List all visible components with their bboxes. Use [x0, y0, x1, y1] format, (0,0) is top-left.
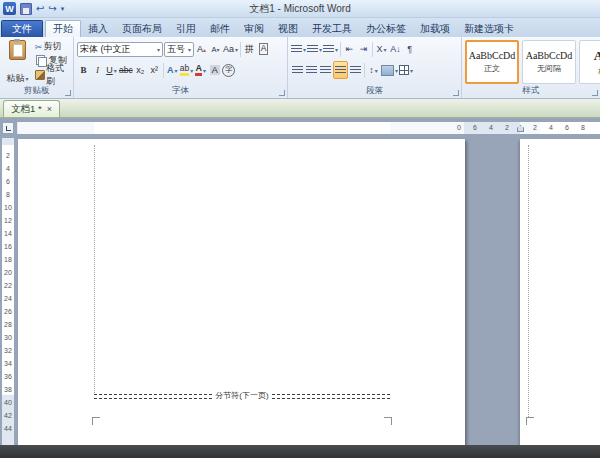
- character-shading-button[interactable]: A: [208, 62, 221, 78]
- shrink-font-button[interactable]: A▾: [209, 41, 222, 57]
- redo-icon[interactable]: ↪: [48, 4, 56, 14]
- up-triangle-icon: ▴: [203, 46, 206, 53]
- borders-button[interactable]: ▾: [399, 62, 413, 78]
- ribbon-tab[interactable]: 办公标签: [359, 20, 413, 37]
- show-marks-button[interactable]: ¶: [403, 41, 416, 57]
- strikethrough-button[interactable]: abc: [119, 62, 133, 78]
- borders-grid-icon: [399, 65, 409, 75]
- ribbon-tab[interactable]: 视图: [271, 20, 305, 37]
- scissors-icon: ✂: [35, 42, 43, 52]
- enclose-character-icon: 字: [222, 64, 235, 77]
- vertical-ruler[interactable]: 2468101214161820222426283032343638404244: [2, 138, 14, 445]
- ribbon-tab[interactable]: 页面布局: [115, 20, 169, 37]
- ruler-number: 22: [2, 282, 14, 289]
- document-tab[interactable]: 文档1 * ×: [3, 100, 60, 117]
- shading-button[interactable]: ▾: [381, 62, 398, 78]
- increase-indent-button[interactable]: ⇥: [357, 41, 370, 57]
- multilevel-list-button[interactable]: ▾: [323, 41, 338, 57]
- character-border-button[interactable]: A: [257, 41, 270, 57]
- subscript-button[interactable]: x₂: [134, 62, 147, 78]
- italic-button[interactable]: I: [91, 62, 104, 78]
- change-case-button[interactable]: Aa ▾: [223, 41, 238, 57]
- chevron-down-icon: ▾: [157, 46, 160, 53]
- dialog-launcher-icon[interactable]: [65, 90, 71, 96]
- text-boundary-line: [94, 145, 95, 395]
- character-border-icon: A: [259, 43, 269, 54]
- format-painter-label: 格式刷: [46, 62, 70, 88]
- align-right-button[interactable]: [319, 62, 332, 78]
- change-case-icon: Aa: [223, 44, 234, 54]
- ribbon-tab[interactable]: 邮件: [203, 20, 237, 37]
- ruler-number: 8: [581, 124, 585, 131]
- page-2[interactable]: [520, 139, 600, 445]
- style-card[interactable]: AaBbCcDd无间隔: [522, 40, 576, 84]
- bold-button[interactable]: B: [77, 62, 90, 78]
- ribbon-tab[interactable]: 加载项: [413, 20, 457, 37]
- ruler-number: 14: [2, 230, 14, 237]
- dialog-launcher-icon[interactable]: [279, 90, 285, 96]
- style-card[interactable]: AaBbCcDd正文: [465, 40, 519, 84]
- superscript-button[interactable]: x²: [148, 62, 161, 78]
- distribute-button[interactable]: [349, 62, 362, 78]
- font-color-icon: A: [195, 64, 202, 77]
- ribbon-tab[interactable]: 引用: [169, 20, 203, 37]
- ruler-number: 2: [505, 124, 509, 131]
- separator: [240, 42, 241, 57]
- justify-icon: [335, 66, 346, 75]
- highlight-icon: ab: [180, 64, 189, 76]
- close-icon[interactable]: ×: [47, 105, 52, 114]
- font-size-select[interactable]: 五号 ▾: [164, 42, 194, 57]
- line-spacing-button[interactable]: ↕ ▾: [367, 62, 380, 78]
- tab-stop-selector[interactable]: [2, 122, 14, 134]
- bottom-dark-bar: [0, 445, 600, 458]
- ruler-number: 24: [2, 295, 14, 302]
- paste-button[interactable]: 粘贴 ▾: [3, 39, 32, 86]
- ribbon-tab[interactable]: 插入: [81, 20, 115, 37]
- ribbon-tab[interactable]: 审阅: [237, 20, 271, 37]
- text-effects-button[interactable]: A ▾: [166, 62, 179, 78]
- ribbon-tab[interactable]: 开始: [45, 20, 81, 37]
- font-size-value: 五号: [167, 43, 185, 56]
- titlebar: W ↩ ↪ ▾ 文档1 - Microsoft Word: [0, 0, 600, 18]
- font-group: 宋体 (中文正 ▾ 五号 ▾ A▴ A▾ Aa ▾: [74, 37, 288, 98]
- ruler-number: 20: [2, 269, 14, 276]
- dialog-launcher-icon[interactable]: [453, 90, 459, 96]
- dialog-launcher-icon[interactable]: [592, 90, 598, 96]
- grow-font-button[interactable]: A▴: [195, 41, 208, 57]
- bullets-button[interactable]: ▾: [291, 41, 306, 57]
- align-left-button[interactable]: [291, 62, 304, 78]
- ruler-number: 26: [2, 308, 14, 315]
- ruler-number: 8: [2, 191, 14, 198]
- highlight-color-button[interactable]: ab ▾: [180, 62, 193, 78]
- qat-customize-dropdown-icon[interactable]: ▾: [61, 5, 65, 13]
- page-1[interactable]: 分节符(下一页): [18, 139, 465, 445]
- font-color-button[interactable]: A ▾: [194, 62, 207, 78]
- bullet-list-icon: [291, 45, 302, 54]
- ruler-number: 36: [2, 373, 14, 380]
- cjk-layout-icon: X: [377, 44, 383, 54]
- cut-button[interactable]: ✂ 剪切: [35, 40, 70, 53]
- paragraph-group: ▾ ▾ ▾ ⇤ ⇥ X ▾ A↓ ¶: [288, 37, 462, 98]
- ribbon-tab[interactable]: 开发工具: [305, 20, 359, 37]
- word-logo-icon[interactable]: W: [3, 2, 16, 15]
- undo-icon[interactable]: ↩: [36, 4, 44, 14]
- font-family-select[interactable]: 宋体 (中文正 ▾: [77, 42, 163, 57]
- ribbon-tab[interactable]: 新建选项卡: [457, 20, 521, 37]
- style-sample: AaBbCcDd: [526, 50, 573, 61]
- pinyin-guide-button[interactable]: 拼: [243, 41, 256, 57]
- ribbon-tab[interactable]: 文件: [1, 20, 43, 37]
- align-center-button[interactable]: [305, 62, 318, 78]
- cjk-layout-button[interactable]: X ▾: [375, 41, 388, 57]
- numbering-button[interactable]: ▾: [307, 41, 322, 57]
- document-tab-label: 文档1 *: [11, 103, 42, 116]
- justify-button[interactable]: [333, 61, 348, 79]
- save-icon[interactable]: [20, 3, 32, 15]
- format-painter-button[interactable]: 格式刷: [35, 68, 70, 81]
- decrease-indent-button[interactable]: ⇤: [343, 41, 356, 57]
- enclose-character-button[interactable]: 字: [222, 62, 235, 78]
- style-card[interactable]: AaB标题: [579, 40, 600, 84]
- ruler-number: 6: [473, 124, 477, 131]
- underline-button[interactable]: U ▾: [105, 62, 118, 78]
- sort-button[interactable]: A↓: [389, 41, 402, 57]
- horizontal-ruler[interactable]: 06422468: [17, 122, 600, 134]
